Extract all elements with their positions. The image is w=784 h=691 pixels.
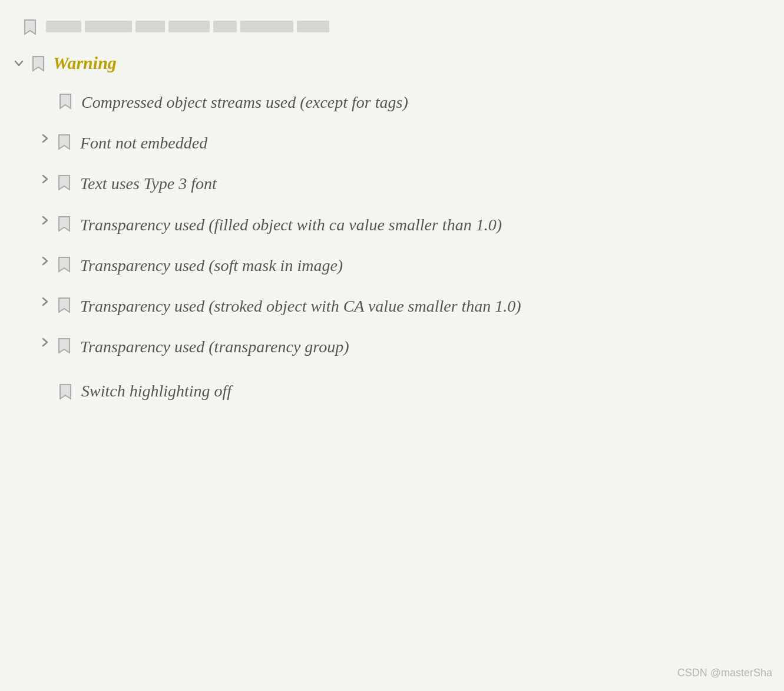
switch-highlighting-text: Switch highlighting off <box>81 379 231 402</box>
child-item-transparency-stroked-object[interactable]: Transparency used (stroked object with C… <box>0 286 784 326</box>
chevron-icon-font-not-embedded[interactable] <box>38 131 52 146</box>
warning-label: Warning <box>53 53 117 73</box>
item-text-transparency-stroked-object: Transparency used (stroked object with C… <box>80 295 521 318</box>
item-text-transparency-group: Transparency used (transparency group) <box>80 335 349 358</box>
bookmark-icon-compressed-object-streams <box>59 93 72 110</box>
child-item-transparency-soft-mask[interactable]: Transparency used (soft mask in image) <box>0 246 784 285</box>
bookmark-icon-transparency-group <box>58 338 71 354</box>
top-item <box>0 12 784 41</box>
watermark: CSDN @masterSha <box>677 667 772 679</box>
chevron-icon-transparency-group[interactable] <box>38 335 52 349</box>
child-item-font-not-embedded[interactable]: Font not embedded <box>0 123 784 163</box>
bookmark-icon-transparency-filled-object <box>58 216 71 232</box>
child-item-compressed-object-streams[interactable]: Compressed object streams used (except f… <box>0 82 784 122</box>
item-text-transparency-soft-mask: Transparency used (soft mask in image) <box>80 254 343 277</box>
warning-row[interactable]: Warning <box>0 46 784 80</box>
item-text-text-uses-type3-font: Text uses Type 3 font <box>80 172 217 195</box>
warning-chevron-down[interactable] <box>12 56 26 70</box>
child-items-list: Compressed object streams used (except f… <box>0 82 784 366</box>
chevron-icon-transparency-stroked-object[interactable] <box>38 295 52 309</box>
bookmark-icon-transparency-soft-mask <box>58 256 71 273</box>
child-item-transparency-filled-object[interactable]: Transparency used (filled object with ca… <box>0 205 784 244</box>
item-text-compressed-object-streams: Compressed object streams used (except f… <box>81 91 408 114</box>
chevron-icon-transparency-soft-mask[interactable] <box>38 254 52 268</box>
chevron-icon-text-uses-type3-font[interactable] <box>38 172 52 186</box>
bookmark-icon-font-not-embedded <box>58 134 71 150</box>
bookmark-icon-text-uses-type3-font <box>58 174 71 191</box>
child-item-transparency-group[interactable]: Transparency used (transparency group) <box>0 327 784 366</box>
child-item-text-uses-type3-font[interactable]: Text uses Type 3 font <box>0 164 784 203</box>
chevron-icon-transparency-filled-object[interactable] <box>38 213 52 227</box>
item-text-font-not-embedded: Font not embedded <box>80 131 207 154</box>
bookmark-icon-top <box>24 19 37 35</box>
bookmark-icon-transparency-stroked-object <box>58 297 71 313</box>
bookmark-icon-warning <box>32 55 45 72</box>
switch-highlighting-item[interactable]: Switch highlighting off <box>0 371 784 411</box>
bookmark-icon-switch <box>59 383 72 400</box>
main-container: Warning Compressed object streams used (… <box>0 0 784 423</box>
item-text-transparency-filled-object: Transparency used (filled object with ca… <box>80 213 502 236</box>
redacted-content <box>46 21 329 32</box>
